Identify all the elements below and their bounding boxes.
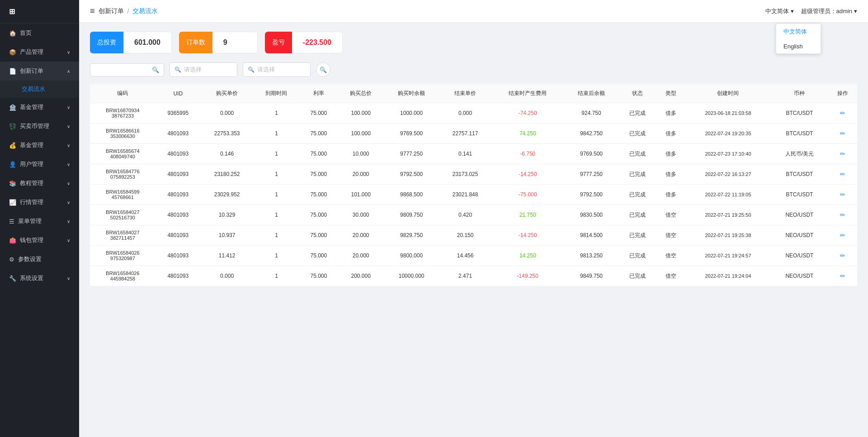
edit-icon[interactable]: ✏: [840, 130, 845, 137]
cell-total-buy: 30.000: [338, 205, 384, 225]
edit-icon[interactable]: ✏: [840, 150, 845, 157]
breadcrumb-current[interactable]: 交易流水: [132, 7, 158, 15]
admin-selector[interactable]: 超级管理员：admin ▾: [801, 7, 857, 15]
cell-uid: 4801093: [156, 266, 201, 286]
stat-card-invest: 总投资 601.000: [90, 32, 172, 53]
cell-end-fee: 21.750: [491, 205, 564, 225]
lang-option-en[interactable]: English: [776, 39, 821, 53]
table-header-row: 编码 UID 购买单价 到期时间 利率 购买总价 购买时余额 结束单价 结束时产…: [90, 84, 857, 103]
edit-icon[interactable]: ✏: [840, 109, 845, 117]
sidebar-menu-label: 菜单管理: [18, 217, 42, 225]
edit-icon[interactable]: ✏: [840, 171, 845, 178]
search-input[interactable]: [95, 66, 149, 73]
fund1-icon: 🏦: [9, 104, 16, 111]
sidebar-item-create-order[interactable]: 📄 创新订单 ∧: [0, 62, 79, 81]
cell-buy-balance: 9809.750: [384, 205, 439, 225]
cell-buy-balance: 9792.500: [384, 164, 439, 185]
cell-create-time: 2022-07-21 19:24:57: [685, 246, 771, 266]
tutorial-icon: 📚: [9, 180, 16, 187]
cell-end-balance: 9842.750: [564, 124, 619, 144]
lang-option-zh[interactable]: 中文简体: [776, 24, 821, 39]
cell-status: 已完成: [619, 266, 656, 286]
cell-end-price: 23021.848: [439, 185, 491, 205]
search-button[interactable]: 🔍: [316, 62, 330, 77]
sidebar-item-trade[interactable]: 💱 买卖币管理 ∨: [0, 117, 79, 136]
col-end-price: 结束单价: [439, 84, 491, 103]
cell-status: 已完成: [619, 246, 656, 266]
filter-select-2[interactable]: 🔍 请选择: [243, 62, 311, 77]
cell-end-balance: 9814.500: [564, 225, 619, 246]
trade-icon: 💱: [9, 123, 16, 130]
cell-total-buy: 20.000: [338, 246, 384, 266]
edit-icon[interactable]: ✏: [840, 191, 845, 198]
cell-buy-balance: 10000.000: [384, 266, 439, 286]
cell-action[interactable]: ✏: [828, 205, 857, 225]
sidebar-item-fund2[interactable]: 💰 基金管理 ∨: [0, 136, 79, 155]
lang-dropdown-menu: 中文简体 English: [776, 24, 821, 54]
cell-action[interactable]: ✏: [828, 246, 857, 266]
cell-end-balance: 924.750: [564, 103, 619, 124]
sidebar-sub-item-transaction[interactable]: 交易流水: [0, 81, 79, 98]
cell-buy-price: 23180.252: [201, 164, 253, 185]
edit-icon[interactable]: ✏: [840, 272, 845, 280]
cell-status: 已完成: [619, 144, 656, 164]
cell-buy-price: 0.000: [201, 103, 253, 124]
sidebar-item-system[interactable]: 🔧 系统设置 ∨: [0, 269, 79, 288]
lang-label: 中文简体: [765, 7, 789, 15]
header: ≡ 创新订单 / 交易流水 中文简体 ▾ 超级管理员：admin ▾ 中文简体 …: [79, 0, 868, 23]
stat-invest-value: 601.000: [123, 32, 172, 53]
cell-end-price: 0.141: [439, 144, 491, 164]
sidebar-item-home[interactable]: 🏠 首页: [0, 24, 79, 43]
cell-action[interactable]: ✏: [828, 164, 857, 185]
edit-icon[interactable]: ✏: [840, 211, 845, 218]
cell-action[interactable]: ✏: [828, 103, 857, 124]
cell-end-fee: 74.250: [491, 124, 564, 144]
cell-end-price: 14.456: [439, 246, 491, 266]
sidebar-item-wallet[interactable]: 👛 钱包管理 ∨: [0, 231, 79, 250]
cell-action[interactable]: ✏: [828, 144, 857, 164]
sidebar-create-order-label: 创新订单: [20, 67, 43, 75]
table-row: BRW16585674 408049740 4801093 0.146 1 75…: [90, 144, 857, 164]
sidebar-item-tutorial[interactable]: 📚 教程管理 ∨: [0, 174, 79, 193]
admin-dropdown-icon: ▾: [854, 8, 857, 14]
cell-currency: NEO/USDT: [771, 246, 828, 266]
sidebar-tutorial-label: 教程管理: [20, 179, 43, 187]
sidebar: ⊞ 🏠 首页 📦 产品管理 ∨ 📄 创新订单 ∧ 交易流水 🏦 基金管理: [0, 0, 79, 437]
filter-select-1[interactable]: 🔍 请选择: [170, 62, 237, 77]
cell-create-time: 2022-07-22 11:19:05: [685, 185, 771, 205]
cell-buy-price: 0.146: [201, 144, 253, 164]
stat-profit-label: 盈亏: [265, 32, 292, 53]
cell-expire: 1: [253, 225, 299, 246]
lang-selector[interactable]: 中文简体 ▾: [765, 7, 794, 15]
edit-icon[interactable]: ✏: [840, 252, 845, 259]
cell-action[interactable]: ✏: [828, 185, 857, 205]
cell-end-fee: -6.750: [491, 144, 564, 164]
table-row: BRW16584599 45768661 4801093 23029.952 1…: [90, 185, 857, 205]
sidebar-item-product[interactable]: 📦 产品管理 ∨: [0, 43, 79, 62]
sidebar-product-label: 产品管理: [20, 48, 43, 56]
user-icon: 👤: [9, 161, 16, 168]
hamburger-icon[interactable]: ≡: [90, 6, 95, 16]
sidebar-market-label: 行情管理: [20, 198, 43, 206]
cell-type: 借多: [656, 124, 685, 144]
chevron-icon4: ∨: [67, 143, 70, 148]
select2-placeholder: 请选择: [257, 66, 275, 74]
home-icon: 🏠: [9, 30, 16, 37]
cell-action[interactable]: ✏: [828, 124, 857, 144]
cell-uid: 4801093: [156, 205, 201, 225]
sidebar-item-market[interactable]: 📈 行情管理 ∨: [0, 193, 79, 212]
sidebar-item-menu[interactable]: ☰ 菜单管理 ∨: [0, 212, 79, 231]
cell-expire: 1: [253, 246, 299, 266]
sidebar-item-param[interactable]: ⚙ 参数设置: [0, 250, 79, 269]
table-row: BRW16584776 075892253 4801093 23180.252 …: [90, 164, 857, 185]
sidebar-fund2-label: 基金管理: [20, 141, 43, 149]
sidebar-item-user[interactable]: 👤 用户管理 ∨: [0, 155, 79, 174]
cell-currency: BTC/USDT: [771, 164, 828, 185]
sidebar-item-fund1[interactable]: 🏦 基金管理 ∨: [0, 98, 79, 117]
cell-create-time: 2022-07-21 19:25:50: [685, 205, 771, 225]
cell-end-price: 22757.117: [439, 124, 491, 144]
cell-action[interactable]: ✏: [828, 266, 857, 286]
cell-action[interactable]: ✏: [828, 225, 857, 246]
chevron-icon8: ∨: [67, 219, 70, 224]
edit-icon[interactable]: ✏: [840, 232, 845, 239]
